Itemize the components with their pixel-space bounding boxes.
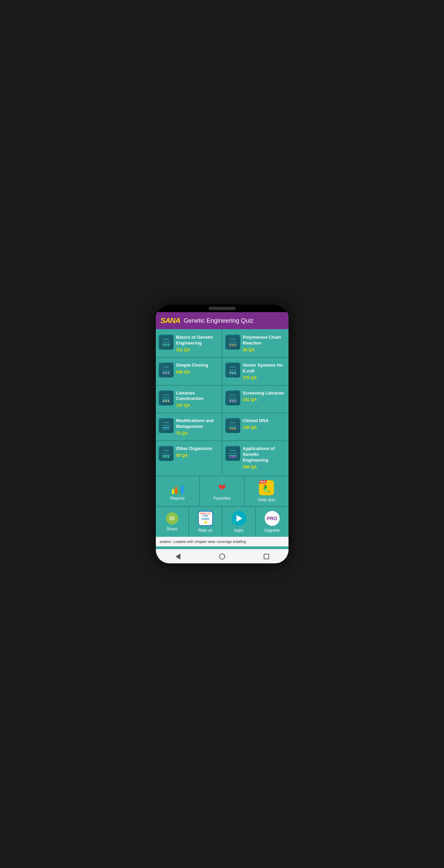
svg-point-6 bbox=[167, 345, 169, 347]
quiz-name-screening: Screening Libraries bbox=[243, 390, 285, 396]
svg-point-54 bbox=[232, 428, 233, 430]
svg-point-32 bbox=[163, 400, 164, 402]
svg-text:Genetic: Genetic bbox=[230, 366, 236, 368]
action-row-2: ✉ Share RATE US FIVE STARS ⭐ Rate us bbox=[156, 506, 289, 537]
quiz-item-vector[interactable]: Genetic Engineering Vector Systems for E… bbox=[223, 358, 289, 385]
svg-point-26 bbox=[232, 372, 233, 374]
svg-text:Engineering: Engineering bbox=[229, 397, 236, 399]
quiz-name-cloneddna: Cloned DNA bbox=[243, 418, 285, 424]
bottom-actions: Reports ❤ Favorites NEW 🦜 Daily quiz bbox=[156, 476, 289, 537]
quiz-count-basics: 311 QA bbox=[176, 348, 218, 352]
quiz-count-organisms: 50 QA bbox=[176, 453, 218, 458]
svg-point-62 bbox=[167, 456, 169, 458]
svg-point-46 bbox=[163, 428, 164, 430]
upgrade-label: Upgrade bbox=[264, 528, 280, 533]
daily-quiz-icon: NEW 🦜 bbox=[259, 480, 274, 495]
reports-button[interactable]: Reports bbox=[156, 476, 200, 506]
quiz-name-cloning: Simple Cloning bbox=[176, 363, 218, 368]
phone-frame: SANA Genetic Engineering Quiz Genetic En… bbox=[156, 305, 289, 563]
svg-point-69 bbox=[234, 456, 236, 458]
home-icon bbox=[219, 553, 225, 560]
quiz-count-cloneddna: 136 QA bbox=[243, 425, 285, 430]
quiz-info-basics: Basics of Genetic Engineering 311 QA bbox=[176, 335, 218, 352]
quiz-icon-organisms: Genetic Engineering bbox=[159, 446, 174, 461]
quiz-info-libraries: Libraries Construction 137 QA bbox=[176, 390, 218, 408]
quiz-icon-cloneddna: Genetic Engineering bbox=[225, 418, 240, 433]
svg-text:Engineering: Engineering bbox=[229, 424, 236, 426]
svg-point-5 bbox=[165, 345, 167, 347]
quiz-item-modifications[interactable]: Genetic Engineering Modifications and Mu… bbox=[156, 413, 222, 440]
svg-point-19 bbox=[165, 372, 167, 374]
quiz-name-applications: Applications of Genetic Engineering bbox=[243, 446, 285, 463]
svg-point-41 bbox=[234, 400, 236, 402]
quiz-item-applications[interactable]: Genetic Engineering Applications of Gene… bbox=[223, 441, 289, 474]
quiz-item-screening[interactable]: Genetic Engineering Screening Libraries … bbox=[223, 386, 289, 413]
daily-quiz-button[interactable]: NEW 🦜 Daily quiz bbox=[245, 476, 289, 506]
navigation-bar bbox=[156, 549, 289, 563]
reports-label: Reports bbox=[170, 496, 185, 501]
quiz-item-cloning[interactable]: Genetic Engineering Simple Cloning 640 Q… bbox=[156, 358, 222, 385]
quiz-item-libraries[interactable]: Genetic Engineering Libraries Constructi… bbox=[156, 386, 222, 413]
play-triangle-icon bbox=[236, 515, 243, 522]
svg-point-20 bbox=[167, 372, 169, 374]
quiz-info-applications: Applications of Genetic Engineering 250 … bbox=[243, 446, 285, 469]
nav-recent-button[interactable] bbox=[261, 551, 272, 562]
svg-text:Genetic: Genetic bbox=[163, 338, 169, 340]
quiz-icon-applications: Genetic Engineering bbox=[225, 446, 240, 461]
svg-point-68 bbox=[232, 456, 233, 458]
bar4 bbox=[181, 486, 183, 494]
quiz-grid: Genetic Engineering Basics of Genetic En… bbox=[156, 330, 289, 474]
nav-home-button[interactable] bbox=[217, 551, 227, 562]
svg-text:Engineering: Engineering bbox=[162, 452, 169, 454]
quiz-item-organisms[interactable]: Genetic Engineering Other Organisms 50 Q… bbox=[156, 441, 222, 474]
svg-point-67 bbox=[229, 456, 231, 458]
apps-button[interactable]: Apps bbox=[223, 507, 256, 537]
quiz-count-libraries: 137 QA bbox=[176, 403, 218, 408]
svg-point-18 bbox=[163, 372, 164, 374]
app-header: SANA Genetic Engineering Quiz bbox=[156, 312, 289, 329]
svg-text:Engineering: Engineering bbox=[162, 397, 169, 399]
recent-apps-icon bbox=[264, 554, 269, 559]
promo-banner: aration. Loaded with chapter wise covera… bbox=[156, 537, 289, 546]
svg-text:Engineering: Engineering bbox=[229, 341, 236, 343]
apps-icon bbox=[231, 511, 246, 526]
share-label: Share bbox=[166, 527, 177, 531]
app-logo: SANA bbox=[161, 316, 180, 325]
rate-us-label: Rate us bbox=[198, 528, 212, 533]
bar3 bbox=[178, 491, 180, 494]
favorites-button[interactable]: ❤ Favorites bbox=[200, 476, 245, 506]
svg-point-33 bbox=[165, 400, 167, 402]
svg-point-60 bbox=[163, 456, 164, 458]
svg-point-53 bbox=[229, 428, 231, 430]
quiz-icon-screening: Genetic Engineering bbox=[225, 390, 240, 405]
back-icon bbox=[176, 553, 180, 560]
svg-point-61 bbox=[165, 456, 167, 458]
action-row-1: Reports ❤ Favorites NEW 🦜 Daily quiz bbox=[156, 476, 289, 506]
quiz-count-modifications: 72 QA bbox=[176, 431, 218, 436]
quiz-item-pcr[interactable]: Genetic Engineering Polymerase Chain Rea… bbox=[223, 330, 289, 357]
svg-text:Genetic: Genetic bbox=[163, 449, 169, 451]
daily-quiz-label: Daily quiz bbox=[258, 497, 275, 502]
quiz-info-cloneddna: Cloned DNA 136 QA bbox=[243, 418, 285, 430]
nav-back-button[interactable] bbox=[173, 551, 183, 562]
quiz-count-cloning: 640 QA bbox=[176, 370, 218, 374]
quiz-icon-libraries: Genetic Engineering bbox=[159, 390, 174, 405]
svg-point-12 bbox=[232, 345, 233, 347]
svg-point-4 bbox=[163, 345, 164, 347]
quiz-info-cloning: Simple Cloning 640 QA bbox=[176, 363, 218, 374]
quiz-item-basics[interactable]: Genetic Engineering Basics of Genetic En… bbox=[156, 330, 222, 357]
quiz-icon-modifications: Genetic Engineering bbox=[159, 418, 174, 433]
quiz-item-cloneddna[interactable]: Genetic Engineering Cloned DNA 136 QA bbox=[223, 413, 289, 440]
svg-text:Genetic: Genetic bbox=[230, 338, 236, 340]
rate-us-button[interactable]: RATE US FIVE STARS ⭐ Rate us bbox=[189, 507, 223, 537]
new-badge: NEW bbox=[259, 480, 266, 483]
phone-inner: SANA Genetic Engineering Quiz Genetic En… bbox=[156, 305, 289, 563]
share-button[interactable]: ✉ Share bbox=[156, 507, 189, 537]
bar1 bbox=[172, 489, 174, 494]
upgrade-button[interactable]: PRO Upgrade bbox=[256, 507, 289, 537]
heart-icon: ❤ bbox=[216, 482, 228, 494]
quiz-name-pcr: Polymerase Chain Reaction bbox=[243, 335, 285, 346]
quiz-icon-pcr: Genetic Engineering bbox=[225, 335, 240, 350]
status-bar bbox=[156, 305, 289, 312]
apps-label: Apps bbox=[234, 528, 243, 533]
